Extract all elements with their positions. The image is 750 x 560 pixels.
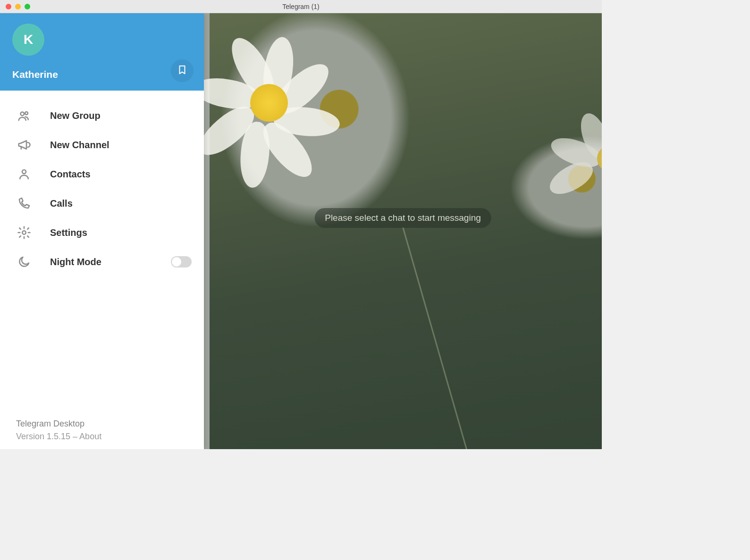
username: Katherine (12, 69, 192, 80)
svg-point-3 (22, 231, 26, 234)
app-body: K Katherine (0, 13, 602, 449)
drawer-footer: Telegram Desktop Version 1.5.15 – About (0, 414, 204, 449)
chat-area: Please select a chat to start messaging (204, 13, 602, 449)
svg-point-0 (21, 112, 25, 116)
megaphone-icon (16, 137, 32, 153)
menu-item-new-channel[interactable]: New Channel (0, 130, 204, 159)
menu-label: New Group (50, 110, 192, 121)
drawer-header: K Katherine (0, 13, 204, 91)
traffic-lights (0, 4, 30, 9)
phone-icon (16, 195, 32, 211)
menu-label: Settings (50, 227, 192, 238)
background-flower (217, 42, 340, 164)
night-mode-toggle[interactable] (171, 256, 192, 267)
about-link[interactable]: About (79, 432, 101, 441)
background-flower (536, 108, 602, 202)
svg-point-1 (25, 112, 28, 115)
group-icon (16, 108, 32, 124)
version-line: Version 1.5.15 – About (16, 432, 192, 442)
gear-icon (16, 225, 32, 241)
menu-label: Calls (50, 198, 192, 209)
maximize-window-button[interactable] (25, 4, 30, 9)
close-window-button[interactable] (6, 4, 11, 9)
app-name: Telegram Desktop (16, 419, 192, 429)
menu-item-new-group[interactable]: New Group (0, 101, 204, 130)
saved-messages-button[interactable] (171, 59, 194, 82)
bookmark-icon (177, 65, 187, 77)
empty-chat-placeholder: Please select a chat to start messaging (314, 208, 491, 228)
avatar-initial: K (24, 32, 33, 47)
menu-item-calls[interactable]: Calls (0, 189, 204, 218)
menu-label: New Channel (50, 140, 192, 150)
moon-icon (16, 254, 32, 270)
main-menu-drawer: K Katherine (0, 13, 204, 449)
menu-item-contacts[interactable]: Contacts (0, 159, 204, 189)
version-text: Version 1.5.15 – (16, 432, 79, 441)
window-title: Telegram (1) (282, 3, 320, 10)
drawer-menu: New Group New Channel (0, 91, 204, 414)
menu-item-night-mode[interactable]: Night Mode (0, 247, 204, 276)
menu-item-settings[interactable]: Settings (0, 218, 204, 247)
minimize-window-button[interactable] (15, 4, 21, 9)
menu-label: Night Mode (50, 257, 153, 267)
menu-label: Contacts (50, 169, 192, 180)
window-titlebar: Telegram (1) (0, 0, 602, 13)
person-icon (16, 166, 32, 182)
app-window: Telegram (1) K Katherine (0, 0, 602, 449)
svg-point-2 (22, 170, 26, 174)
avatar[interactable]: K (12, 24, 44, 56)
